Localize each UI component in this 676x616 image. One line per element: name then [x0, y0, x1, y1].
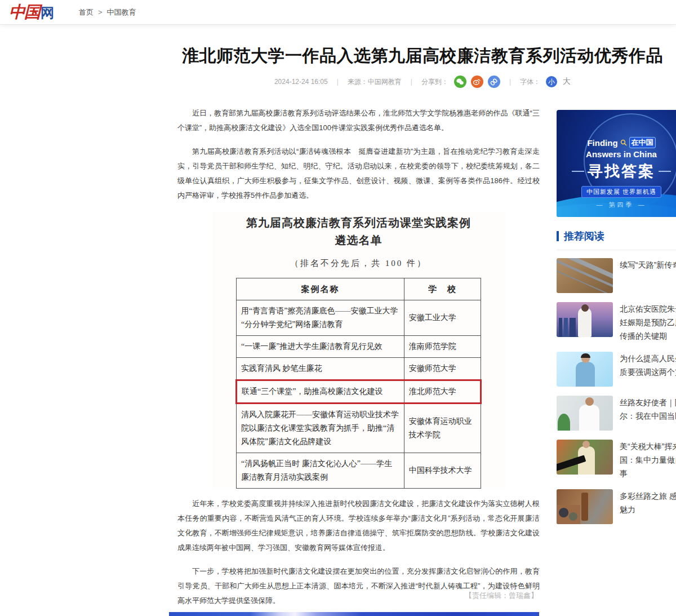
paragraph: 下一步，学校将把加强新时代廉洁文化建设摆在更加突出的位置，充分发挥廉洁文化启智润… [177, 564, 540, 608]
banner-en-word: Finding [587, 138, 617, 148]
font-small-button[interactable]: 小 [546, 76, 557, 87]
search-icon [620, 138, 627, 148]
school-name: 中国科学技术大学 [404, 453, 481, 489]
table-row: 实践育清风 妙笔生廉花 安徽师范大学 [237, 358, 481, 380]
scan-title-line2: 遴选名单 [212, 232, 505, 249]
table-row: 清风入院廉花开——安徽体育运动职业技术学院以廉洁文化课堂实践教育为抓手，助推“清… [237, 404, 481, 453]
person-graphic [576, 362, 595, 387]
china-net-logo[interactable]: 中国 网 [9, 1, 54, 24]
article-body: 近日，教育部第九届高校廉洁教育系列活动评选结果公布，淮北师范大学文学院杨雅惠老师… [177, 106, 540, 616]
school-name: 安徽体育运动职业技术学院 [404, 404, 481, 453]
recommend-item[interactable]: 多彩丝路之旅 感受新疆魅力 [557, 489, 676, 524]
recommend-item[interactable]: 续写“天路”新传奇 [557, 258, 676, 293]
article-header: 淮北师范大学一作品入选第九届高校廉洁教育系列活动优秀作品 2024-12-24 … [177, 45, 668, 88]
meta-divider: | [407, 78, 416, 86]
person-graphic [582, 441, 590, 448]
decor-line [659, 171, 671, 172]
finding-answers-banner[interactable]: Finding 在中国 Answers in China 寻找答案 中国新发展 … [557, 110, 676, 217]
page-title: 淮北师范大学一作品入选第九届高校廉洁教育系列活动优秀作品 [177, 45, 668, 67]
breadcrumb-separator: > [98, 8, 103, 16]
share-icon-group [454, 76, 500, 88]
recommend-item-title: 北京佑安医院朱云霞：妊娠期是预防乙肝母婴传播的关键期 [620, 302, 676, 343]
case-name: “一课一廉”推进大学生廉洁教育见行见效 [237, 336, 404, 358]
banner-cn-chip: 在中国 [629, 137, 656, 148]
recommend-item[interactable]: 为什么提高人民生活品质要强调这两个方面 [557, 352, 676, 387]
selection-table: 案例名称 学 校 用“青言青语”擦亮清廉底色——安徽工业大学“分分钟学党纪”网络… [235, 278, 482, 489]
scan-subtitle: （排名不分先后，共 100 件） [212, 258, 505, 269]
school-name: 安徽师范大学 [404, 358, 481, 380]
table-row: “一课一廉”推进大学生廉洁教育见行见效 淮南师范学院 [237, 336, 481, 358]
breadcrumb: 首页 > 中国教育 [79, 7, 136, 17]
paragraph: 近日，教育部第九届高校廉洁教育系列活动评选结果公布，淮北师范大学文学院杨雅惠老师… [177, 106, 540, 135]
breadcrumb-home-link[interactable]: 首页 [79, 7, 94, 17]
recommend-item[interactable]: 北京佑安医院朱云霞：妊娠期是预防乙肝母婴传播的关键期 [557, 302, 676, 343]
recommend-section-header: 推荐阅读 [557, 229, 676, 243]
city-graphic [559, 318, 576, 337]
banner-season: — 第四季 — [557, 201, 676, 209]
thumbnail-tariff-street [557, 440, 613, 475]
school-name: 安徽工业大学 [404, 300, 481, 336]
source-label: 来源：中国网教育 [348, 77, 402, 87]
case-name: 用“青言青语”擦亮清廉底色——安徽工业大学“分分钟学党纪”网络廉洁教育 [237, 300, 404, 336]
thumbnail-silkroad-xinjiang [557, 489, 613, 524]
recommend-item-title: 丝路友好使者｜阿马尔：我在中国当医生 [620, 396, 676, 431]
recommend-item[interactable]: 美“关税大棒”挥来？中国：集中力量做自己的事 [557, 440, 676, 480]
paragraph: 第九届高校廉洁教育系列活动以“廉洁铸魂强根本 挺膺奋进建新功”为主题，旨在推动党… [177, 144, 540, 203]
logo-cn-text: 中国 [9, 1, 39, 24]
site-header: 中国 网 首页 > 中国教育 [0, 0, 676, 25]
banner-cn-title-text: 寻找答案 [588, 161, 655, 181]
col-header-school: 学 校 [404, 278, 481, 300]
case-name: 实践育清风 妙笔生廉花 [237, 358, 404, 380]
paragraph: 近年来，学校党委高度重视并持续深入推进新时代校园廉洁文化建设，把廉洁文化建设作为… [177, 497, 540, 555]
font-label: 字体： [520, 77, 540, 87]
recommend-item-title: 续写“天路”新传奇 [620, 258, 676, 293]
table-header-row: 案例名称 学 校 [237, 278, 481, 300]
banner-line2: Answers in China [557, 149, 676, 159]
decor-line [572, 171, 584, 172]
footer-blue-bar [169, 612, 539, 616]
banner-line1: Finding 在中国 [557, 137, 676, 148]
link-share-icon[interactable] [488, 76, 500, 88]
banner-text: Finding 在中国 Answers in China 寻找答案 中国新发展 … [557, 110, 676, 209]
plant-graphic [558, 414, 570, 431]
logo-net-text: 网 [41, 4, 54, 22]
person-graphic [585, 397, 594, 406]
share-label: 分享到： [421, 77, 448, 87]
case-name: “清风扬帆正当时 廉洁文化沁人心”——学生廉洁教育月活动实践案例 [237, 453, 404, 489]
case-name: 清风入院廉花开——安徽体育运动职业技术学院以廉洁文化课堂实践教育为抓手，助推“清… [237, 404, 404, 453]
recommend-title: 推荐阅读 [564, 229, 604, 243]
scan-title-line1: 第九届高校廉洁教育系列活动课堂实践案例 [212, 214, 505, 232]
weibo-share-icon[interactable] [471, 76, 483, 88]
meta-divider: | [506, 78, 514, 86]
school-name: 淮北师范大学 [404, 380, 481, 404]
meta-divider: | [333, 78, 342, 86]
school-name: 淮南师范学院 [404, 336, 481, 358]
section-accent-bar [557, 231, 559, 241]
highlighted-row: 联通“三个课堂”，助推高校廉洁文化建设 淮北师范大学 [237, 380, 481, 404]
table-row: “清风扬帆正当时 廉洁文化沁人心”——学生廉洁教育月活动实践案例 中国科学技术大… [237, 453, 481, 489]
recommend-item-title: 为什么提高人民生活品质要强调这两个方面 [620, 352, 676, 387]
sidebar: Finding 在中国 Answers in China 寻找答案 中国新发展 … [557, 110, 676, 533]
editor-credit: 【责任编辑：曾瑞鑫】 [177, 591, 538, 601]
recommend-item-title: 多彩丝路之旅 感受新疆魅力 [620, 489, 676, 524]
person-graphic [581, 353, 590, 358]
road-graphic [557, 258, 613, 282]
tower-graphic [581, 493, 588, 521]
recommend-item[interactable]: 丝路友好使者｜阿马尔：我在中国当医生 [557, 396, 676, 431]
thumbnail-speaker-blue [557, 352, 613, 387]
thumbnail-tianlu-road [557, 258, 613, 293]
publish-date: 2024-12-24 16:05 [274, 78, 328, 86]
font-size-controls: 字体： 小 大 [520, 76, 571, 87]
wechat-share-icon[interactable] [454, 76, 466, 88]
recommend-item-title: 美“关税大棒”挥来？中国：集中力量做自己的事 [620, 440, 676, 480]
table-row: 用“青言青语”擦亮清廉底色——安徽工业大学“分分钟学党纪”网络廉洁教育 安徽工业… [237, 300, 481, 336]
breadcrumb-section-link[interactable]: 中国教育 [107, 7, 136, 17]
font-large-button[interactable]: 大 [563, 77, 571, 87]
article-meta: 2024-12-24 16:05 | 来源：中国网教育 | 分享到： | 字体：… [177, 76, 668, 88]
person-graphic [579, 405, 599, 431]
person-graphic [578, 308, 592, 337]
banner-cn-title: 寻找答案 [557, 161, 676, 181]
thumbnail-doctor-cityscape [557, 302, 613, 337]
banner-tagline: 中国新发展 世界新机遇 [581, 186, 661, 198]
col-header-case: 案例名称 [237, 278, 404, 300]
